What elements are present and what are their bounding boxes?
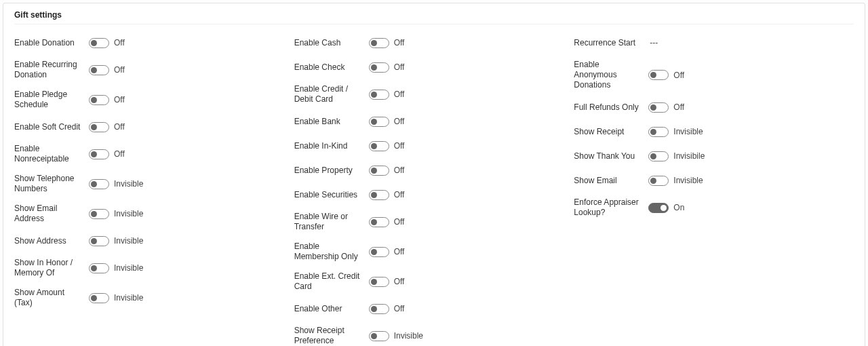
setting-label: Show Amount (Tax) [14, 288, 89, 308]
toggle-state-label: Invisible [114, 236, 143, 246]
toggle-enable-pledge-schedule[interactable] [89, 95, 109, 105]
setting-label: Recurrence Start [574, 38, 648, 48]
toggle-show-amount-tax[interactable] [89, 293, 109, 303]
setting-label: Enable Bank [294, 117, 369, 127]
setting-control: Off [369, 247, 405, 257]
toggle-show-email[interactable] [648, 176, 669, 186]
toggle-full-refunds-only[interactable] [648, 102, 669, 113]
setting-row-enable-wire-or-transfer: Enable Wire or TransferOff [294, 212, 561, 232]
setting-row-show-receipt-preference: Show Receipt PreferenceInvisible [294, 326, 561, 346]
setting-label: Enable Other [294, 304, 369, 314]
toggle-enable-nonreceiptable[interactable] [89, 149, 109, 159]
setting-control: On [648, 203, 684, 213]
setting-control: Invisibile [648, 151, 705, 161]
setting-value[interactable]: --- [648, 38, 658, 47]
setting-control: Off [369, 90, 405, 100]
setting-control: Invisible [369, 331, 423, 341]
toggle-enable-soft-credit[interactable] [89, 122, 109, 132]
toggle-state-label: Off [673, 71, 684, 80]
setting-row-enable-donation: Enable DonationOff [14, 35, 281, 50]
toggle-enable-recurring-donation[interactable] [89, 65, 109, 75]
toggle-state-label: Off [394, 90, 405, 99]
toggle-show-telephone-numbers[interactable] [89, 179, 109, 189]
toggle-enable-securities[interactable] [369, 190, 389, 200]
toggle-state-label: Off [394, 217, 405, 227]
setting-row-enable-in-kind: Enable In-KindOff [294, 138, 561, 153]
setting-row-recurrence-start: Recurrence Start--- [574, 35, 840, 50]
toggle-enable-in-kind[interactable] [369, 141, 389, 151]
toggle-state-label: Invisible [673, 127, 703, 136]
setting-label: Enable Donation [14, 38, 89, 48]
setting-row-enable-other: Enable OtherOff [294, 301, 561, 316]
setting-label: Show Receipt Preference [294, 326, 369, 346]
toggle-state-label: Invisible [114, 179, 143, 189]
setting-label: Enable Recurring Donation [14, 60, 89, 80]
toggle-show-receipt-preference[interactable] [369, 331, 389, 341]
toggle-enable-check[interactable] [369, 62, 389, 73]
setting-row-enable-nonreceiptable: Enable NonreceiptableOff [14, 144, 281, 164]
setting-control: Off [89, 149, 125, 159]
setting-label: Show Email [574, 176, 648, 186]
setting-label: Show Receipt [574, 127, 648, 137]
toggle-show-in-honor-memory-of[interactable] [89, 263, 109, 273]
setting-label: Enable Property [294, 166, 369, 176]
setting-row-enable-recurring-donation: Enable Recurring DonationOff [14, 60, 281, 80]
setting-row-enable-credit-debit-card: Enable Credit / Debit CardOff [294, 84, 561, 104]
settings-column-1: Enable DonationOffEnable Recurring Donat… [14, 35, 294, 346]
setting-row-enable-check: Enable CheckOff [294, 60, 561, 75]
setting-row-show-email: Show EmailInvisible [574, 173, 840, 188]
toggle-enable-ext-credit-card[interactable] [369, 277, 389, 287]
toggle-enable-cash[interactable] [369, 38, 389, 48]
setting-control: Off [89, 38, 125, 48]
setting-row-enable-property: Enable PropertyOff [294, 163, 561, 178]
toggle-state-label: Off [394, 166, 405, 175]
toggle-state-label: Invisible [394, 331, 423, 341]
toggle-enforce-appraiser-lookup[interactable] [648, 203, 669, 213]
setting-control: Off [369, 217, 405, 227]
setting-label: Enable Ext. Credit Card [294, 271, 369, 292]
setting-label: Enable Cash [294, 38, 369, 48]
setting-control: Off [89, 95, 125, 105]
toggle-state-label: Invisible [114, 293, 143, 303]
toggle-state-label: Off [114, 65, 125, 75]
toggle-state-label: Off [394, 117, 405, 126]
toggle-enable-credit-debit-card[interactable] [369, 90, 389, 100]
setting-control: Invisible [648, 176, 703, 186]
setting-control: Invisible [89, 263, 143, 273]
setting-control: --- [648, 38, 658, 47]
setting-row-enable-ext-credit-card: Enable Ext. Credit CardOff [294, 271, 561, 292]
setting-control: Off [369, 190, 405, 200]
toggle-show-address[interactable] [89, 236, 109, 246]
toggle-enable-bank[interactable] [369, 117, 389, 127]
toggle-state-label: Off [114, 95, 125, 104]
setting-control: Off [369, 117, 405, 127]
toggle-enable-wire-or-transfer[interactable] [369, 217, 389, 227]
setting-label: Show Telephone Numbers [14, 174, 89, 194]
toggle-show-thank-you[interactable] [648, 151, 669, 161]
toggle-enable-membership-only[interactable] [369, 247, 389, 257]
setting-row-enable-cash: Enable CashOff [294, 35, 561, 50]
toggle-enable-donation[interactable] [89, 38, 109, 48]
setting-control: Invisible [89, 293, 143, 303]
toggle-enable-property[interactable] [369, 166, 389, 176]
setting-row-enable-soft-credit: Enable Soft CreditOff [14, 119, 281, 134]
setting-row-show-address: Show AddressInvisible [14, 233, 281, 248]
setting-label: Enable Securities [294, 190, 369, 200]
setting-row-enable-bank: Enable BankOff [294, 114, 561, 129]
setting-label: Enable Anonymous Donations [574, 60, 648, 90]
toggle-show-receipt[interactable] [648, 127, 669, 137]
panel-title: Gift settings [14, 10, 854, 24]
setting-row-enforce-appraiser-lookup: Enforce Appraiser Lookup?On [574, 197, 840, 218]
setting-label: Show In Honor / Memory Of [14, 258, 89, 278]
toggle-state-label: Off [114, 38, 125, 47]
toggle-show-email-address[interactable] [89, 209, 109, 219]
setting-label: Enable Nonreceiptable [14, 144, 89, 164]
toggle-state-label: Off [673, 102, 684, 112]
setting-control: Off [369, 62, 405, 73]
settings-column-2: Enable CashOffEnable CheckOffEnable Cred… [294, 35, 574, 346]
toggle-enable-other[interactable] [369, 304, 389, 314]
toggle-enable-anonymous-donations[interactable] [648, 70, 669, 80]
settings-column-3: Recurrence Start---Enable Anonymous Dona… [574, 35, 854, 346]
setting-label: Enable In-Kind [294, 141, 369, 151]
setting-row-show-amount-tax: Show Amount (Tax)Invisible [14, 288, 281, 308]
